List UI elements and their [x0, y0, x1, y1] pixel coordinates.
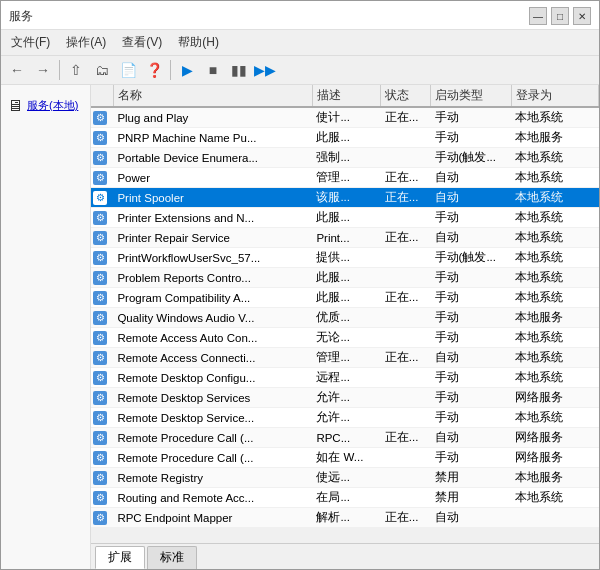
col-header-login[interactable]: 登录为 — [511, 85, 598, 107]
services-panel: 名称 描述 状态 启动类型 登录为 ⚙Plug and Play使计...正在.… — [91, 85, 599, 569]
row-service-status: 正在... — [381, 508, 431, 528]
row-service-startup: 禁用 — [431, 468, 512, 488]
row-service-startup: 手动 — [431, 128, 512, 148]
row-service-startup: 自动 — [431, 168, 512, 188]
row-service-name: Printer Extensions and N... — [113, 208, 312, 228]
row-service-startup: 手动 — [431, 388, 512, 408]
row-icon-cell: ⚙ — [91, 428, 113, 448]
row-service-startup: 自动 — [431, 508, 512, 528]
table-row[interactable]: ⚙Routing and Remote Acc...在局...禁用本地系统 — [91, 488, 599, 508]
menu-view[interactable]: 查看(V) — [118, 32, 166, 53]
row-icon-cell: ⚙ — [91, 488, 113, 508]
row-service-name: Problem Reports Contro... — [113, 268, 312, 288]
stop-button[interactable]: ■ — [201, 59, 225, 81]
row-icon-cell: ⚙ — [91, 328, 113, 348]
window-title: 服务 — [9, 8, 33, 25]
pause-button[interactable]: ▮▮ — [227, 59, 251, 81]
row-service-login: 本地系统 — [511, 268, 598, 288]
show-hide-button[interactable]: 🗂 — [90, 59, 114, 81]
service-icon: ⚙ — [93, 411, 107, 425]
row-service-name: Plug and Play — [113, 107, 312, 128]
maximize-button[interactable]: □ — [551, 7, 569, 25]
table-row[interactable]: ⚙Remote Desktop Configu...远程...手动本地系统 — [91, 368, 599, 388]
row-icon-cell: ⚙ — [91, 368, 113, 388]
row-service-status: 正在... — [381, 348, 431, 368]
col-header-desc[interactable]: 描述 — [312, 85, 380, 107]
forward-button[interactable]: → — [31, 59, 55, 81]
row-service-desc: 优质... — [312, 308, 380, 328]
row-service-status: 正在... — [381, 188, 431, 208]
menu-action[interactable]: 操作(A) — [62, 32, 110, 53]
properties-button[interactable]: 📄 — [116, 59, 140, 81]
col-header-name[interactable]: 名称 — [113, 85, 312, 107]
table-row[interactable]: ⚙Printer Extensions and N...此服...手动本地系统 — [91, 208, 599, 228]
sidebar: 🖥 服务(本地) — [1, 85, 91, 569]
row-service-name: Printer Repair Service — [113, 228, 312, 248]
table-row[interactable]: ⚙Remote Access Connecti...管理...正在...自动本地… — [91, 348, 599, 368]
row-icon-cell: ⚙ — [91, 148, 113, 168]
row-icon-cell: ⚙ — [91, 128, 113, 148]
row-service-startup: 自动 — [431, 188, 512, 208]
toolbar-separator-1 — [59, 60, 60, 80]
table-row[interactable]: ⚙Printer Repair ServicePrint...正在...自动本地… — [91, 228, 599, 248]
row-icon-cell: ⚙ — [91, 168, 113, 188]
tab-extended[interactable]: 扩展 — [95, 546, 145, 569]
row-service-startup: 手动 — [431, 448, 512, 468]
service-icon: ⚙ — [93, 151, 107, 165]
row-service-status — [381, 268, 431, 288]
row-icon-cell: ⚙ — [91, 107, 113, 128]
table-row[interactable]: ⚙PrintWorkflowUserSvc_57...提供...手动(触发...… — [91, 248, 599, 268]
restart-button[interactable]: ▶▶ — [253, 59, 277, 81]
row-service-status: 正在... — [381, 107, 431, 128]
play-button[interactable]: ▶ — [175, 59, 199, 81]
table-row[interactable]: ⚙Remote Access Auto Con...无论...手动本地系统 — [91, 328, 599, 348]
row-service-status: 正在... — [381, 428, 431, 448]
table-row[interactable]: ⚙Remote Procedure Call (...如在 W...手动网络服务 — [91, 448, 599, 468]
table-row[interactable]: ⚙Problem Reports Contro...此服...手动本地系统 — [91, 268, 599, 288]
table-row[interactable]: ⚙Remote Desktop Services允许...手动网络服务 — [91, 388, 599, 408]
row-service-login: 本地系统 — [511, 208, 598, 228]
col-header-icon[interactable] — [91, 85, 113, 107]
service-icon: ⚙ — [93, 271, 107, 285]
row-service-status — [381, 148, 431, 168]
sidebar-label[interactable]: 服务(本地) — [27, 99, 78, 112]
table-header-row: 名称 描述 状态 启动类型 登录为 — [91, 85, 599, 107]
row-service-name: Portable Device Enumera... — [113, 148, 312, 168]
row-service-name: Remote Procedure Call (... — [113, 448, 312, 468]
row-service-login: 本地服务 — [511, 308, 598, 328]
table-row[interactable]: ⚙Quality Windows Audio V...优质...手动本地服务 — [91, 308, 599, 328]
services-local-icon: 🖥 — [7, 97, 23, 115]
table-row[interactable]: ⚙Remote Registry使远...禁用本地服务 — [91, 468, 599, 488]
services-table[interactable]: 名称 描述 状态 启动类型 登录为 ⚙Plug and Play使计...正在.… — [91, 85, 599, 543]
close-button[interactable]: ✕ — [573, 7, 591, 25]
row-icon-cell: ⚙ — [91, 388, 113, 408]
back-button[interactable]: ← — [5, 59, 29, 81]
table-row[interactable]: ⚙Power管理...正在...自动本地系统 — [91, 168, 599, 188]
table-row[interactable]: ⚙Program Compatibility A...此服...正在...手动本… — [91, 288, 599, 308]
table-row[interactable]: ⚙PNRP Machine Name Pu...此服...手动本地服务 — [91, 128, 599, 148]
tab-standard[interactable]: 标准 — [147, 546, 197, 569]
menu-help[interactable]: 帮助(H) — [174, 32, 223, 53]
table-row[interactable]: ⚙Plug and Play使计...正在...手动本地系统 — [91, 107, 599, 128]
service-icon: ⚙ — [93, 291, 107, 305]
minimize-button[interactable]: — — [529, 7, 547, 25]
service-icon: ⚙ — [93, 371, 107, 385]
service-icon: ⚙ — [93, 231, 107, 245]
row-service-name: Quality Windows Audio V... — [113, 308, 312, 328]
table-row[interactable]: ⚙Remote Desktop Service...允许...手动本地系统 — [91, 408, 599, 428]
services-list: 名称 描述 状态 启动类型 登录为 ⚙Plug and Play使计...正在.… — [91, 85, 599, 528]
col-header-status[interactable]: 状态 — [381, 85, 431, 107]
row-service-startup: 手动 — [431, 107, 512, 128]
table-row[interactable]: ⚙Print Spooler该服...正在...自动本地系统 — [91, 188, 599, 208]
menu-file[interactable]: 文件(F) — [7, 32, 54, 53]
table-row[interactable]: ⚙Portable Device Enumera...强制...手动(触发...… — [91, 148, 599, 168]
col-header-startup[interactable]: 启动类型 — [431, 85, 512, 107]
help-button[interactable]: ❓ — [142, 59, 166, 81]
row-service-startup: 手动 — [431, 408, 512, 428]
table-row[interactable]: ⚙Remote Procedure Call (...RPC...正在...自动… — [91, 428, 599, 448]
sidebar-item-local-services[interactable]: 🖥 服务(本地) — [5, 93, 86, 119]
row-service-name: Remote Desktop Services — [113, 388, 312, 408]
row-service-startup: 手动 — [431, 308, 512, 328]
up-button[interactable]: ⇧ — [64, 59, 88, 81]
table-row[interactable]: ⚙RPC Endpoint Mapper解析...正在...自动 — [91, 508, 599, 528]
